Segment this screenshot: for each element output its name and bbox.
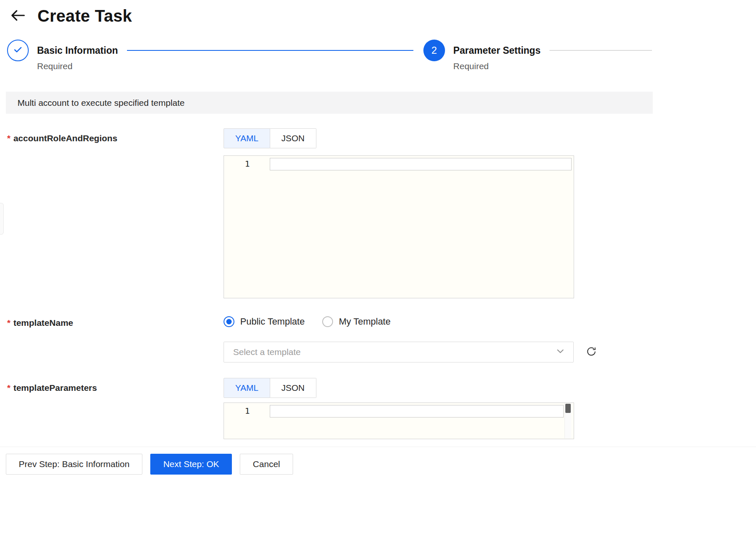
- next-step-button[interactable]: Next Step: OK: [150, 454, 232, 475]
- editor-line-number: 1: [224, 159, 250, 169]
- step-1-required-text: Required: [37, 61, 118, 71]
- step-basic-information[interactable]: Basic Information Required: [7, 40, 118, 71]
- field-row-accountRoleAndRegions: *accountRoleAndRegions YAML JSON 1: [6, 128, 653, 298]
- chevron-down-icon: [556, 347, 565, 358]
- template-parameters-editor[interactable]: 1: [224, 402, 574, 439]
- banner-text: Multi account to execute specified templ…: [17, 98, 185, 108]
- radio-my-template[interactable]: My Template: [322, 316, 390, 327]
- field-row-templateParameters: *templateParameters YAML JSON 1: [6, 378, 653, 439]
- page-title: Create Task: [37, 7, 132, 25]
- field-control-accountRoleAndRegions: YAML JSON 1: [224, 128, 653, 298]
- field-label-templateName: *templateName: [6, 315, 224, 328]
- step-2-required-text: Required: [453, 61, 541, 71]
- field-label-templateParameters: *templateParameters: [6, 378, 224, 393]
- parameter-settings-form: *accountRoleAndRegions YAML JSON 1 *temp…: [6, 128, 653, 439]
- account-editor-yaml-tab[interactable]: YAML: [224, 128, 270, 148]
- field-control-templateParameters: YAML JSON 1: [224, 378, 653, 439]
- check-icon: [12, 44, 23, 57]
- arrow-left-icon: [10, 9, 25, 24]
- back-button[interactable]: [9, 9, 26, 24]
- stepper-connector-upcoming: [550, 50, 652, 51]
- required-marker: *: [7, 383, 10, 392]
- account-role-and-regions-editor[interactable]: 1: [224, 155, 574, 298]
- radio-public-template-label: Public Template: [240, 316, 305, 327]
- wizard-footer: Prev Step: Basic Information Next Step: …: [0, 447, 756, 475]
- step-2-number: 2: [431, 45, 437, 56]
- editor-active-line[interactable]: [270, 158, 572, 170]
- parameters-editor-json-tab[interactable]: JSON: [270, 378, 316, 398]
- template-select-placeholder: Select a template: [233, 347, 301, 357]
- template-select[interactable]: Select a template: [224, 342, 574, 362]
- field-label-accountRoleAndRegions: *accountRoleAndRegions: [6, 128, 224, 143]
- refresh-icon: [586, 346, 597, 359]
- cancel-button[interactable]: Cancel: [240, 454, 293, 475]
- radio-public-template[interactable]: Public Template: [224, 316, 305, 327]
- refresh-button[interactable]: [584, 345, 598, 359]
- account-editor-format-toggle: YAML JSON: [224, 128, 316, 148]
- template-description-banner: Multi account to execute specified templ…: [6, 92, 653, 114]
- stepper-connector-completed: [127, 50, 413, 51]
- template-type-radio-group: Public Template My Template: [224, 316, 653, 327]
- prev-step-button[interactable]: Prev Step: Basic Information: [6, 454, 142, 475]
- required-marker: *: [7, 318, 10, 328]
- editor-line-number: 1: [224, 406, 250, 416]
- editor-active-line[interactable]: [270, 405, 564, 418]
- step-2-label: Parameter Settings: [453, 40, 541, 61]
- step-1-circle: [7, 40, 29, 61]
- parameters-editor-yaml-tab[interactable]: YAML: [224, 378, 270, 398]
- page-header: Create Task: [0, 0, 756, 25]
- parameters-editor-format-toggle: YAML JSON: [224, 378, 316, 398]
- radio-unselected-icon: [322, 316, 333, 327]
- left-panel-handle[interactable]: [0, 203, 4, 235]
- field-control-templateName: Public Template My Template Select a tem…: [224, 315, 653, 362]
- step-2-circle: 2: [423, 40, 445, 61]
- radio-my-template-label: My Template: [339, 316, 390, 327]
- field-row-templateName: *templateName Public Template My Templat…: [6, 315, 653, 362]
- editor-scrollbar-track[interactable]: [565, 403, 571, 438]
- account-editor-json-tab[interactable]: JSON: [270, 128, 316, 148]
- template-select-row: Select a template: [224, 342, 653, 362]
- step-1-label: Basic Information: [37, 40, 118, 61]
- radio-selected-icon: [224, 316, 234, 327]
- step-parameter-settings[interactable]: 2 Parameter Settings Required: [423, 40, 541, 71]
- required-marker: *: [7, 133, 10, 143]
- editor-scrollbar-thumb[interactable]: [565, 404, 571, 413]
- stepper: Basic Information Required 2 Parameter S…: [7, 40, 652, 71]
